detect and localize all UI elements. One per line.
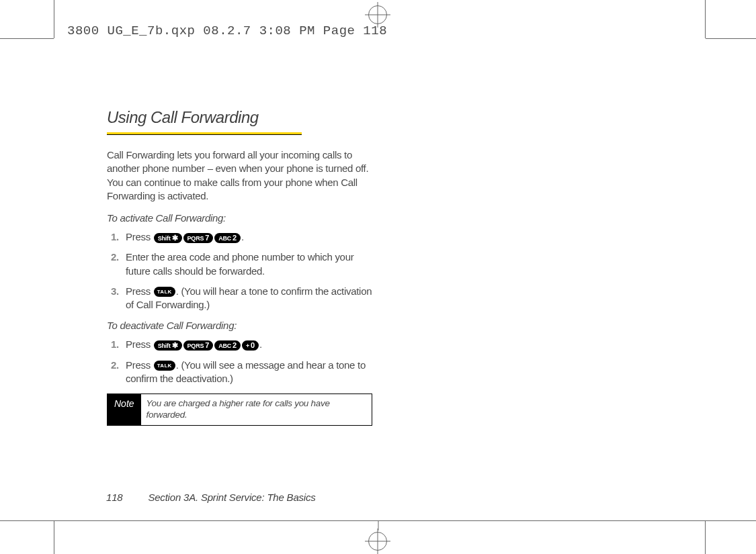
deactivate-subhead: To deactivate Call Forwarding: <box>107 320 376 331</box>
key-abc-2: ABC2 <box>214 233 241 243</box>
registration-mark-top <box>368 5 387 24</box>
activate-subhead: To activate Call Forwarding: <box>107 212 376 224</box>
step-number: 2. <box>111 250 119 264</box>
note-box: Note You are charged a higher rate for c… <box>107 394 372 426</box>
step-text-post: . <box>259 338 262 350</box>
page-footer: 118 Section 3A. Sprint Service: The Basi… <box>106 492 316 503</box>
list-item: 3. Press TALK. (You will hear a tone to … <box>111 285 376 312</box>
step-text-pre: Press <box>126 359 153 371</box>
note-label: Note <box>108 394 141 425</box>
step-number: 2. <box>111 359 119 372</box>
key-pqrs-7: PQRS7 <box>183 340 214 351</box>
step-text: Enter the area code and phone number to … <box>126 251 353 276</box>
step-text-pre: Press <box>126 231 153 242</box>
intro-paragraph: Call Forwarding lets you forward all you… <box>107 148 376 203</box>
step-text-pre: Press <box>126 285 153 297</box>
key-plus-0: +0 <box>242 340 259 351</box>
list-item: 1. Press Shift✱PQRS7ABC2+0. <box>111 338 376 351</box>
key-talk: TALK <box>154 361 175 371</box>
list-item: 1. Press Shift✱PQRS7ABC2. <box>111 230 376 244</box>
print-slug: 3800 UG_E_7b.qxp 08.2.7 3:08 PM Page 118 <box>67 24 387 38</box>
activate-steps: 1. Press Shift✱PQRS7ABC2. 2. Enter the a… <box>107 230 376 312</box>
key-abc-2: ABC2 <box>214 340 241 351</box>
step-number: 1. <box>111 230 119 244</box>
registration-mark-bottom <box>368 532 387 551</box>
step-text-pre: Press <box>126 338 153 350</box>
key-pqrs-7: PQRS7 <box>183 233 214 243</box>
heading-rule <box>107 132 376 135</box>
step-text-post: . <box>241 231 244 242</box>
note-text: You are charged a higher rate for calls … <box>141 394 372 425</box>
key-talk: TALK <box>154 287 175 297</box>
deactivate-steps: 1. Press Shift✱PQRS7ABC2+0. 2. Press TAL… <box>107 338 376 385</box>
page-number: 118 <box>106 492 122 503</box>
section-title: Section 3A. Sprint Service: The Basics <box>148 492 315 503</box>
key-shift-star: Shift✱ <box>154 233 182 243</box>
list-item: 2. Enter the area code and phone number … <box>111 250 376 278</box>
content-column: Using Call Forwarding Call Forwarding le… <box>107 108 376 426</box>
list-item: 2. Press TALK. (You will see a message a… <box>111 359 376 386</box>
key-shift-star: Shift✱ <box>154 340 182 351</box>
page-body: Using Call Forwarding Call Forwarding le… <box>54 38 706 520</box>
step-number: 3. <box>111 285 119 298</box>
step-number: 1. <box>111 338 119 351</box>
page-heading: Using Call Forwarding <box>107 108 376 127</box>
